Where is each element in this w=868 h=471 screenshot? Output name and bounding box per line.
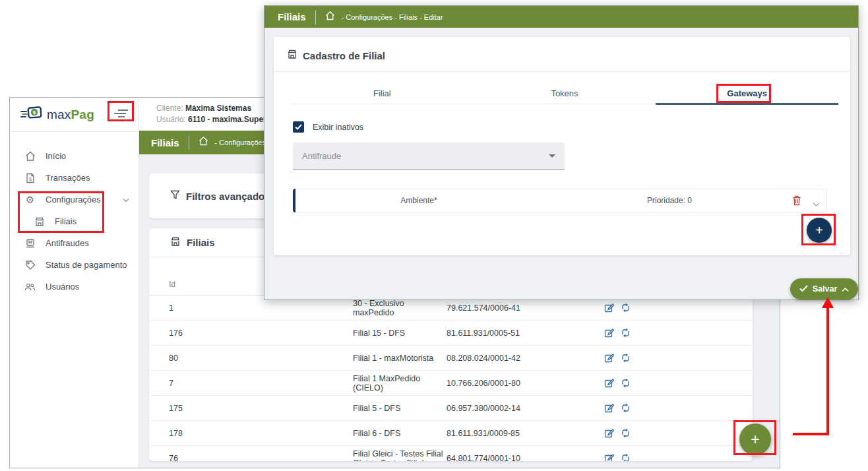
sidebar-item-label: Usuários <box>46 282 79 292</box>
tab-gateways[interactable]: Gateways <box>656 83 838 104</box>
table-row: 178 Filial 6 - DFS 81.611.931/0009-85 <box>149 421 753 446</box>
bar-divider <box>315 10 316 24</box>
sync-icon[interactable] <box>621 428 631 438</box>
edit-icon[interactable] <box>604 378 614 388</box>
table-card-title: Filiais <box>187 237 215 248</box>
store-icon <box>34 216 45 227</box>
antifraude-select[interactable]: Antifraude <box>293 142 565 170</box>
table-row: 175 Filial 5 - DFS 06.957.380/0002-14 <box>149 396 753 421</box>
salvar-label: Salvar <box>813 284 838 294</box>
tab-filial[interactable]: Filial <box>291 83 474 104</box>
bar-divider <box>189 135 189 150</box>
cell-nome: Filial 15 - DFS <box>353 329 447 338</box>
sidebar-item-label: Início <box>46 151 66 161</box>
sidebar-item-configuracoes[interactable]: ⚙ Configurações <box>10 189 139 210</box>
sidebar-item-label: Status de pagamento <box>46 260 127 270</box>
sidebar-item-usuarios[interactable]: Usuários <box>10 276 139 298</box>
sync-icon[interactable] <box>621 453 631 461</box>
sidebar-item-filiais[interactable]: Filiais <box>10 210 139 232</box>
menu-hamburger-icon[interactable] <box>109 106 132 124</box>
page-title: Filiais <box>151 137 179 148</box>
home-icon[interactable] <box>199 137 208 148</box>
annotation-arrow-vertical <box>826 307 829 435</box>
sync-icon[interactable] <box>621 303 631 313</box>
svg-text:$: $ <box>33 110 36 115</box>
plus-icon: + <box>751 430 760 449</box>
sidebar-item-label: Transações <box>46 173 90 183</box>
chevron-up-icon <box>842 283 849 295</box>
edit-icon[interactable] <box>604 403 614 413</box>
dialog-tabs: Filial Tokens Gateways <box>291 83 838 104</box>
add-gateway-fab-button[interactable]: + <box>807 218 832 243</box>
screenshot-stage: $ maxPag Início <box>0 0 868 471</box>
store-icon <box>170 236 181 249</box>
maxpag-logo-icon: $ <box>20 106 43 124</box>
chevron-down-icon <box>123 195 129 204</box>
edit-icon[interactable] <box>604 328 614 338</box>
table-row: 76 Filial Gleici - Testes Filial Gleici … <box>149 446 753 461</box>
chevron-down-icon <box>549 154 555 158</box>
edit-icon[interactable] <box>604 453 614 461</box>
edit-icon[interactable] <box>604 303 614 313</box>
table-row: 176 Filial 15 - DFS 81.611.931/0005-51 <box>149 321 753 346</box>
exibir-inativos-checkbox[interactable] <box>293 121 304 133</box>
app-logo-text: maxPag <box>47 108 94 122</box>
sidebar-item-transacoes[interactable]: $ Transações <box>10 167 139 189</box>
sidebar-item-inicio[interactable]: Início <box>10 145 139 167</box>
dialog-title-bar: Filiais - Configurações - Filiais - Edit… <box>264 6 858 28</box>
cell-nome: Filial 1 MaxPedido (CIELO) <box>353 374 447 392</box>
annotation-arrow-horizontal <box>793 433 829 435</box>
sync-icon[interactable] <box>621 378 631 388</box>
cell-id: 1 <box>169 303 353 313</box>
table-body: 1 30 - Exclusivo maxPedido 79.621.574/00… <box>149 296 753 461</box>
exibir-inativos-row: Exibir inativos <box>293 121 363 133</box>
cell-nome: Filial 1 - maxMotorista <box>353 354 447 363</box>
sidebar-item-label: Antifraudes <box>46 238 89 248</box>
antifraud-icon <box>24 238 36 249</box>
breadcrumb: - Configurações - <box>215 139 270 146</box>
sidebar-item-antifraudes[interactable]: Antifraudes <box>10 232 139 254</box>
home-icon[interactable] <box>325 11 335 23</box>
prioridade-field[interactable]: Prioridade: 0 <box>623 189 716 212</box>
home-icon <box>24 151 36 162</box>
chevron-down-icon[interactable] <box>813 198 820 210</box>
check-icon <box>799 283 808 295</box>
ambiente-field[interactable]: Ambiente* <box>379 189 458 212</box>
edit-filial-dialog: Filiais - Configurações - Filiais - Edit… <box>264 5 859 300</box>
table-row: 7 Filial 1 MaxPedido (CIELO) 10.766.206/… <box>149 371 753 396</box>
cell-id: 178 <box>169 429 353 438</box>
gear-icon: ⚙ <box>24 195 36 204</box>
cell-id: 80 <box>169 354 353 363</box>
sidebar-item-status-pagamento[interactable]: Status de pagamento <box>10 254 139 276</box>
table-row: 80 Filial 1 - maxMotorista 08.208.024/00… <box>149 346 753 371</box>
sync-icon[interactable] <box>621 328 631 338</box>
cell-nome: Filial Gleici - Testes Filial Gleici - T… <box>353 449 447 462</box>
cliente-value: Máxima Sistemas <box>185 104 251 113</box>
edit-icon[interactable] <box>604 428 614 438</box>
cliente-label: Cliente: <box>156 104 183 113</box>
sidebar-item-label: Filiais <box>55 216 77 226</box>
edit-icon[interactable] <box>604 353 614 363</box>
sidebar-item-label: Configurações <box>46 195 101 204</box>
sync-icon[interactable] <box>621 353 631 363</box>
sidebar-nav: Início $ Transações ⚙ Configurações <box>10 132 139 298</box>
cadastro-filial-card: Cadastro de Filial Filial Tokens Gateway… <box>274 37 850 255</box>
cell-nome: Filial 5 - DFS <box>353 404 447 413</box>
transactions-icon: $ <box>24 173 36 183</box>
cell-cnpj: 81.611.931/0009-85 <box>447 429 604 438</box>
cell-cnpj: 79.621.574/0006-41 <box>447 303 604 313</box>
sync-icon[interactable] <box>621 403 631 413</box>
cell-id: 175 <box>169 404 353 413</box>
add-filial-fab-button[interactable]: + <box>739 424 771 455</box>
svg-text:$: $ <box>29 176 32 181</box>
select-label: Antifraude <box>302 151 341 161</box>
checkbox-label: Exibir inativos <box>313 123 363 132</box>
annotation-arrow-head <box>822 297 834 308</box>
cell-id: 7 <box>169 379 353 388</box>
dialog-card-title: Cadastro de Filial <box>303 50 385 61</box>
gateway-row: Ambiente* Prioridade: 0 <box>293 189 827 212</box>
tab-tokens[interactable]: Tokens <box>474 83 656 104</box>
cell-nome: 30 - Exclusivo maxPedido <box>353 299 447 317</box>
cell-cnpj: 06.957.380/0002-14 <box>447 404 604 413</box>
trash-icon[interactable] <box>792 195 801 208</box>
